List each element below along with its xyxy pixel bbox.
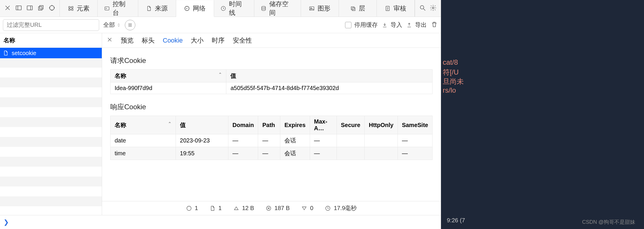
svg-point-22 [262, 6, 265, 8]
request-item-label: setcookie [12, 50, 36, 57]
devtools-toolbar: 元素 控制台 来源 网络 时间线 储存空间 图形 层 审核 [0, 0, 441, 17]
cell: — [398, 147, 432, 160]
stat-documents-value: 1 [218, 205, 222, 212]
tab-timeline-label: 时间线 [229, 0, 248, 17]
res-col-value[interactable]: 值 [176, 116, 228, 134]
detail-tab-cookie[interactable]: Cookie [163, 37, 183, 44]
stat-transfer: 12 B [233, 205, 254, 212]
request-list-header[interactable]: 名称 [0, 33, 102, 48]
cell: — [258, 134, 280, 147]
stat-documents: 1 [210, 205, 222, 212]
tab-layers[interactable]: 层 [339, 0, 377, 17]
search-icon[interactable] [419, 4, 426, 13]
tab-network-label: 网络 [193, 4, 206, 13]
detail-tab-size[interactable]: 大小 [191, 36, 204, 45]
res-col-maxage[interactable]: Max-A… [310, 116, 337, 134]
request-item-setcookie[interactable]: setcookie [0, 48, 102, 58]
group-by-icon[interactable] [125, 20, 135, 30]
settings-icon[interactable] [430, 4, 437, 13]
response-cookie-heading: 响应Cookie [110, 102, 433, 112]
cell: — [310, 147, 337, 160]
cell [365, 147, 398, 160]
terminal-line: 旦尚未 [443, 77, 464, 86]
svg-point-28 [420, 6, 424, 9]
cell [337, 134, 365, 147]
detail-tab-security[interactable]: 安全性 [233, 36, 252, 45]
request-cookie-table: 名称⌃ 值 Idea-990f7d9d a505d55f-547b-4714-8… [110, 69, 433, 94]
req-col-value[interactable]: 值 [226, 70, 433, 82]
dock-left-icon[interactable] [15, 4, 22, 13]
table-row[interactable]: time 19:55 — — 会话 — — [111, 147, 433, 160]
background-terminal: cat/8 符[/U 旦尚未 rs/lo 9:26 (7 CSDN @狗哥不是甜… [441, 0, 644, 229]
res-col-path[interactable]: Path [258, 116, 280, 134]
tab-storage-label: 储存空间 [269, 0, 294, 17]
tab-elements[interactable]: 元素 [60, 0, 98, 17]
req-col-name[interactable]: 名称⌃ [111, 70, 226, 82]
res-col-expires[interactable]: Expires [280, 116, 310, 134]
svg-line-29 [424, 9, 425, 10]
tab-sources-label: 来源 [155, 4, 168, 13]
filter-bar: 全部 停用缓存 导入 导出 [0, 17, 441, 33]
svg-point-34 [187, 206, 191, 210]
console-prompt[interactable]: ❯ [0, 215, 441, 229]
req-col-name-label: 名称 [115, 73, 126, 79]
cell: — [398, 134, 432, 147]
tab-elements-label: 元素 [77, 4, 90, 13]
url-filter-input[interactable] [3, 19, 99, 31]
res-col-samesite[interactable]: SameSite [398, 116, 432, 134]
clear-icon[interactable] [431, 21, 438, 29]
request-list-header-label: 名称 [4, 36, 15, 44]
disable-cache-toggle[interactable]: 停用缓存 [345, 21, 378, 29]
target-icon[interactable] [48, 4, 55, 13]
cell: — [310, 134, 337, 147]
cell: — [228, 147, 258, 160]
sort-asc-icon: ⌃ [168, 121, 172, 126]
clock-text: 9:26 (7 [447, 217, 465, 224]
svg-rect-5 [40, 6, 43, 9]
type-filter-all-label: 全部 [103, 21, 115, 29]
close-icon[interactable] [4, 4, 11, 13]
svg-point-6 [50, 6, 54, 10]
tab-audit[interactable]: 审核 [377, 0, 415, 17]
tab-graphics-label: 图形 [318, 4, 330, 13]
table-row[interactable]: date 2023-09-23 — — 会话 — — [111, 134, 433, 147]
popout-icon[interactable] [37, 4, 44, 13]
res-col-httponly[interactable]: HttpOnly [365, 116, 398, 134]
import-button[interactable]: 导入 [382, 21, 402, 29]
cell: — [258, 147, 280, 160]
cell: date [111, 134, 176, 147]
terminal-line: 符[/U [443, 68, 459, 77]
dock-right-icon[interactable] [26, 4, 33, 13]
res-col-name[interactable]: 名称⌃ [111, 116, 176, 134]
svg-rect-11 [69, 6, 70, 8]
watermark-text: CSDN @狗哥不是甜妹 [582, 219, 635, 226]
svg-rect-25 [351, 7, 354, 10]
res-col-secure[interactable]: Secure [337, 116, 365, 134]
stat-time-value: 17.9毫秒 [334, 204, 357, 212]
cell [365, 134, 398, 147]
type-filter-all[interactable]: 全部 [103, 21, 121, 29]
network-status-bar: 1 1 12 B 187 B 0 17.9毫秒 [102, 201, 441, 215]
detail-tab-timing[interactable]: 时序 [212, 36, 225, 45]
detail-tab-preview[interactable]: 预览 [121, 36, 134, 45]
svg-rect-4 [38, 7, 42, 10]
stat-requests-value: 1 [195, 205, 198, 212]
tab-sources[interactable]: 来源 [138, 0, 176, 17]
export-button[interactable]: 导出 [406, 21, 427, 29]
tab-network[interactable]: 网络 [176, 0, 214, 17]
detail-tab-headers[interactable]: 标头 [142, 36, 155, 45]
request-cookie-heading: 请求Cookie [110, 56, 433, 65]
svg-rect-13 [69, 9, 70, 10]
tab-audit-label: 审核 [393, 4, 406, 13]
terminal-line: cat/8 [443, 58, 458, 66]
sort-asc-icon: ⌃ [218, 72, 222, 77]
close-details-icon[interactable] [107, 37, 113, 44]
tab-graphics[interactable]: 图形 [301, 0, 339, 17]
tab-timeline[interactable]: 时间线 [214, 0, 255, 17]
svg-rect-14 [71, 9, 73, 10]
tab-storage[interactable]: 储存空间 [254, 0, 301, 17]
table-row[interactable]: Idea-990f7d9d a505d55f-547b-4714-8d4b-f7… [111, 82, 433, 94]
cell: 会话 [280, 147, 310, 160]
res-col-domain[interactable]: Domain [228, 116, 258, 134]
tab-console[interactable]: 控制台 [98, 0, 138, 17]
